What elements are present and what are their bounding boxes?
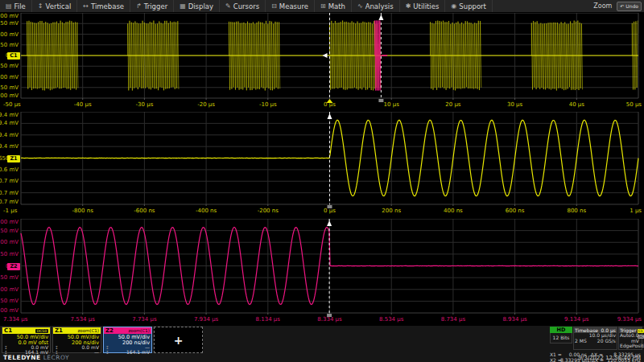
menu-item-support[interactable]: ◉Support: [445, 0, 493, 12]
menu-item-label: Utilities: [413, 2, 439, 10]
status-bar: TELEDYNE LECROY 9/3/2022 12:56:40 PM: [0, 353, 644, 362]
support-icon: ◉: [451, 2, 456, 10]
x-axis-label: -600 ns: [134, 208, 155, 214]
z1-level-marker[interactable]: Z1: [7, 155, 20, 162]
menu-item-label: Analysis: [365, 2, 394, 10]
cursor-arrow-icon[interactable]: [328, 113, 332, 119]
menu-item-analysis[interactable]: ∿Analysis: [352, 0, 400, 12]
trace-burst: [531, 21, 582, 91]
cursors-icon: ✎: [225, 2, 231, 10]
grid-panel-C1[interactable]: 200 mV150 mV100 mV50 mV0 µV-50 mV-100 mV…: [0, 13, 644, 109]
vertical-icon: ↕: [38, 2, 43, 10]
descriptor-header: Z1zoom(C1): [53, 327, 101, 334]
x-axis-label: 20 µs: [445, 101, 461, 108]
oscilloscope-app: { "menu": { "items": [ {"name":"file","l…: [0, 0, 644, 362]
descriptor-badge: zoom(C1): [77, 328, 99, 334]
zoom-position-marker[interactable]: [378, 99, 383, 102]
y-axis-label: 150 mV: [0, 228, 19, 234]
trigger-slope: Positive: [632, 343, 644, 349]
menu-item-vertical[interactable]: ↕Vertical: [32, 0, 78, 12]
y-axis-label: 49.4 mV: [0, 143, 19, 150]
x-axis-label: 800 ns: [567, 208, 586, 214]
menu-item-file[interactable]: ▤File: [0, 0, 32, 12]
x-axis-label: 0 µs: [324, 208, 336, 214]
timebase-box[interactable]: Timebase 0.0 µs 10.0 µs/div 2 MS 20 GS/s: [573, 327, 617, 350]
menu-item-math[interactable]: ⊞Math: [315, 0, 352, 12]
cursor-arrow-icon[interactable]: [323, 53, 328, 58]
grid-panel-Z2[interactable]: 200 mV150 mV100 mV50 mV0 µV-50 mV-100 mV…: [0, 219, 644, 323]
y-axis-label: -200 mV: [0, 93, 19, 99]
x-axis-label: 30 µs: [507, 101, 523, 108]
x-axis-label: 8.134 µs: [256, 316, 281, 323]
y-axis-label: -50.6 mV: [0, 167, 19, 173]
cursor-arrow-icon[interactable]: [378, 14, 383, 20]
measure-icon: ⊟: [271, 2, 277, 10]
x-axis-label: 50 µs: [626, 101, 642, 108]
descriptor-body: 50.0 mV/div0.0 mV ofst↧0.0 mV↥164.1 mV: [2, 334, 50, 355]
menu-item-label: Cursors: [233, 2, 259, 10]
x-axis-label: -40 µs: [74, 101, 92, 108]
descriptor-header: Z2zoom(C1): [104, 327, 151, 334]
x-axis-label: -400 ns: [196, 208, 217, 214]
trace-burst: [128, 21, 179, 91]
x-axis-label: 8.734 µs: [441, 316, 466, 323]
x-axis-label: 7.334 µs: [3, 316, 28, 323]
hd-mode-box[interactable]: HD 12 Bits: [550, 327, 572, 350]
menu-item-measure[interactable]: ⊟Measure: [266, 0, 315, 12]
y-axis-label: -200 mV: [0, 307, 19, 314]
y-axis-label: -50 mV: [0, 63, 19, 69]
trigger-box[interactable]: Trigger C1DC Auto 0.0 mV Edge Positive: [618, 327, 642, 350]
undo-zoom-button[interactable]: ↶ Undo: [617, 2, 642, 11]
menu-item-cursors[interactable]: ✎Cursors: [220, 0, 266, 12]
y-axis-label: -100 mV: [0, 74, 19, 80]
y-axis-label: 150 mV: [0, 20, 19, 27]
menu-item-label: Support: [459, 2, 486, 10]
x-axis-label: -1 µs: [3, 208, 18, 214]
x-axis-label: 200 ns: [382, 208, 401, 214]
descriptor-body: 50.0 mV/div200 ns/div↧0.0 mV↥—: [53, 334, 101, 355]
brand-logo: TELEDYNE LECROY: [3, 354, 69, 361]
descriptor-body: 50.0 mV/div200 ns/div↧—↥164.1 mV: [104, 334, 151, 355]
descriptor-header: C1DC50: [2, 327, 50, 334]
hd-badge: HD: [550, 327, 572, 333]
file-icon: ▤: [6, 2, 12, 10]
hd-bits: 12 Bits: [550, 333, 572, 343]
add-trace-button[interactable]: +: [154, 327, 203, 353]
y-axis-label: 50 mV: [0, 42, 19, 48]
brand-primary: TELEDYNE: [3, 354, 41, 361]
menu-item-label: Vertical: [46, 2, 72, 10]
waveform-svg-Z2: 200 mV150 mV100 mV50 mV0 µV-50 mV-100 mV…: [0, 219, 644, 323]
descriptor-title: C1: [4, 327, 12, 334]
menu-item-display[interactable]: ▦Display: [174, 0, 220, 12]
trace-descriptor-Z2[interactable]: Z2zoom(C1)50.0 mV/div200 ns/div↧—↥164.1 …: [103, 327, 152, 353]
x-axis-label: 9.134 µs: [564, 316, 589, 323]
menu-bar: ▤File↕Vertical↔Timebase↱Trigger▦Display✎…: [0, 0, 644, 13]
zoom-position-marker[interactable]: [327, 314, 332, 317]
trace-descriptor-C1[interactable]: C1DC5050.0 mV/div0.0 mV ofst↧0.0 mV↥164.…: [2, 327, 51, 353]
trace-burst: [27, 21, 78, 91]
utilities-icon: ✱: [406, 2, 411, 10]
analysis-icon: ∿: [357, 2, 363, 10]
menu-item-timebase[interactable]: ↔Timebase: [77, 0, 130, 12]
grid-panel-Z1[interactable]: 199.4 mV149.4 mV99.4 mV49.4 mV-650 µV-50…: [0, 112, 644, 215]
cursor-arrow-icon[interactable]: [327, 220, 332, 226]
x-axis-label: 400 ns: [444, 208, 463, 214]
waveform-svg-Z1: 199.4 mV149.4 mV99.4 mV49.4 mV-650 µV-50…: [0, 112, 644, 215]
menu-item-trigger[interactable]: ↱Trigger: [130, 0, 174, 12]
menu-bar-items: ▤File↕Vertical↔Timebase↱Trigger▦Display✎…: [0, 0, 493, 12]
waveform-svg-C1: 200 mV150 mV100 mV50 mV0 µV-50 mV-100 mV…: [0, 13, 644, 109]
y-axis-label: 149.4 mV: [0, 120, 19, 126]
trace-descriptor-Z1[interactable]: Z1zoom(C1)50.0 mV/div200 ns/div↧0.0 mV↥—: [52, 327, 101, 353]
x-axis-label: 7.534 µs: [71, 316, 96, 323]
x-axis-label: 7.934 µs: [194, 316, 219, 323]
x-axis-label: 40 µs: [569, 101, 585, 108]
menu-item-label: Trigger: [144, 2, 167, 10]
descriptor-badge: zoom(C1): [128, 328, 150, 334]
menu-item-utilities[interactable]: ✱Utilities: [400, 0, 446, 12]
x-axis-label: 600 ns: [506, 208, 525, 214]
trigger-icon: ↱: [136, 2, 142, 10]
z2-level-marker[interactable]: Z2: [7, 263, 20, 270]
zoom-position-marker[interactable]: [328, 205, 332, 208]
y-axis-label: -150 mV: [0, 298, 19, 304]
c1-level-marker[interactable]: C1: [7, 52, 20, 60]
